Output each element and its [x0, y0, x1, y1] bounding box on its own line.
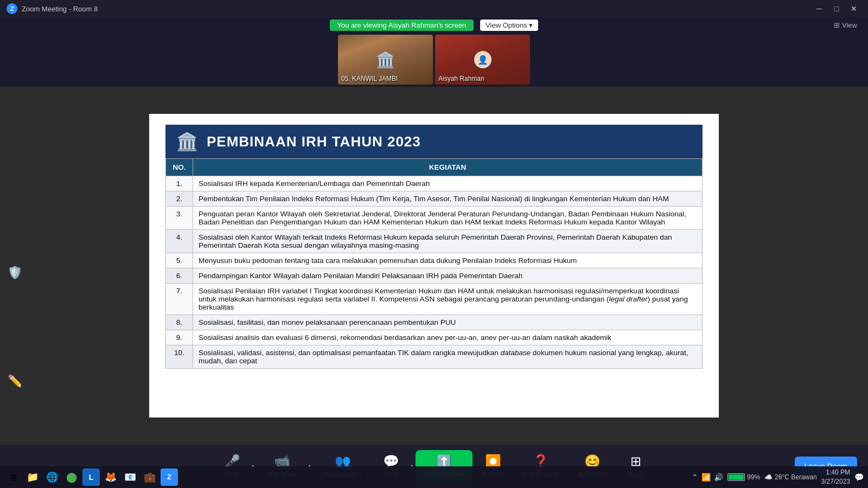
participants-bar: 🏛️ 05. KANWIL JAMBI 👤 Aisyah Rahman	[0, 33, 868, 87]
windows-taskbar: ⊞ 📁 🌐 ⬤ L 🦊 📧 💼 Z ⌃ 📶 🔊 99% ☁️ 28°C Bera…	[0, 466, 868, 488]
minimize-button[interactable]: ─	[812, 3, 827, 14]
table-cell-kegiatan: Sosialisasi IRH kepada Kementerian/Lemba…	[193, 176, 703, 191]
participant-label-aisyah: Aisyah Rahman	[438, 75, 484, 82]
slide-title: PEMBINAAN IRH TAHUN 2023	[207, 133, 421, 150]
table-cell-no: 1.	[166, 176, 193, 191]
table-row: 2.Pembentukan Tim Penilaian Indeks Refor…	[166, 191, 703, 207]
taskbar-l-icon[interactable]: L	[82, 468, 100, 486]
table-row: 3.Penguatan peran Kantor Wilayah oleh Se…	[166, 207, 703, 230]
notification-icon[interactable]: 💬	[854, 473, 864, 481]
taskbar-zoom-icon[interactable]: Z	[161, 468, 178, 486]
table-cell-no: 3.	[166, 207, 193, 230]
close-button[interactable]: ✕	[846, 3, 861, 14]
view-options-button[interactable]: View Options ▾	[480, 20, 538, 31]
slide-container: 🏛️ PEMBINAAN IRH TAHUN 2023 NO. KEGIATAN…	[0, 87, 868, 445]
participant-thumb-aisyah[interactable]: 👤 Aisyah Rahman	[435, 35, 530, 85]
col-header-kegiatan: KEGIATAN	[193, 159, 703, 176]
table-cell-no: 2.	[166, 191, 193, 207]
taskbar-network-icon: 📶	[701, 473, 711, 481]
col-header-no: NO.	[166, 159, 193, 176]
title-bar: Z Zoom Meeting - Room 8 ─ □ ✕	[0, 0, 868, 17]
table-cell-no: 5.	[166, 253, 193, 268]
table-cell-no: 7.	[166, 284, 193, 315]
table-cell-kegiatan: Sosialisasi, fasilitasi, dan monev pelak…	[193, 315, 703, 330]
table-cell-kegiatan: Penguatan peran Kantor Wilayah oleh Sekr…	[193, 207, 703, 230]
table-cell-no: 8.	[166, 315, 193, 330]
table-cell-kegiatan: Sosialisasi oleh Kantor Wilayah terkait …	[193, 230, 703, 253]
taskbar-system-icons: ⌃ 📶 🔊	[692, 473, 723, 481]
participant-label-kanwil: 05. KANWIL JAMBI	[341, 75, 398, 82]
table-row: 8.Sosialisasi, fasilitasi, dan monev pel…	[166, 315, 703, 330]
taskbar-battery: 99%	[727, 473, 760, 481]
taskbar-mail-icon[interactable]: 📧	[122, 468, 139, 486]
taskbar-arrow-icon[interactable]: ⌃	[692, 473, 698, 481]
battery-bar	[727, 473, 745, 481]
battery-fill	[729, 474, 744, 480]
top-banner: You are viewing Aisyah Rahman's screen V…	[0, 17, 868, 33]
taskbar-explorer-icon[interactable]: 📁	[24, 468, 41, 486]
table-cell-kegiatan: Sosialisasi analisis dan evaluasi 6 dime…	[193, 330, 703, 345]
taskbar-edge-icon[interactable]: 🌐	[43, 468, 61, 486]
table-cell-kegiatan: Sosialisasi, validasi, asistensi, dan op…	[193, 345, 703, 369]
maximize-button[interactable]: □	[829, 3, 844, 14]
table-cell-no: 4.	[166, 230, 193, 253]
slide-table: NO. KEGIATAN 1.Sosialisasi IRH kepada Ke…	[165, 158, 703, 369]
table-cell-kegiatan: Pendampingan Kantor Wilayah dalam Penila…	[193, 268, 703, 284]
chevron-down-icon: ▾	[529, 21, 533, 29]
participant-thumb-kanwil[interactable]: 🏛️ 05. KANWIL JAMBI	[338, 35, 433, 85]
table-row: 1.Sosialisasi IRH kepada Kementerian/Lem…	[166, 176, 703, 191]
table-row: 9.Sosialisasi analisis dan evaluasi 6 di…	[166, 330, 703, 345]
taskbar-speaker-icon: 🔊	[714, 473, 723, 481]
table-row: 6.Pendampingan Kantor Wilayah dalam Peni…	[166, 268, 703, 284]
zoom-logo-icon: Z	[7, 3, 17, 14]
taskbar-chrome-icon[interactable]: ⬤	[63, 468, 80, 486]
table-cell-no: 9.	[166, 330, 193, 345]
table-cell-kegiatan: Menyusun buku pedoman tentang tata cara …	[193, 253, 703, 268]
table-cell-no: 6.	[166, 268, 193, 284]
taskbar-app6-icon[interactable]: 💼	[141, 468, 158, 486]
table-cell-no: 10.	[166, 345, 193, 369]
pencil-icon[interactable]: ✏️	[8, 374, 22, 388]
slide: 🏛️ PEMBINAAN IRH TAHUN 2023 NO. KEGIATAN…	[149, 114, 719, 418]
table-cell-kegiatan: Sosialisasi Penilaian IRH variabel I Tin…	[193, 284, 703, 315]
view-link[interactable]: ⊞ View	[834, 21, 857, 29]
table-row: 7.Sosialisasi Penilaian IRH variabel I T…	[166, 284, 703, 315]
taskbar-firefox-icon[interactable]: 🦊	[102, 468, 119, 486]
slide-logo-icon: 🏛️	[176, 131, 198, 152]
taskbar-weather: ☁️ 28°C Berawan	[764, 473, 817, 481]
table-row: 4.Sosialisasi oleh Kantor Wilayah terkai…	[166, 230, 703, 253]
table-row: 10.Sosialisasi, validasi, asistensi, dan…	[166, 345, 703, 369]
slide-header: 🏛️ PEMBINAAN IRH TAHUN 2023	[165, 125, 703, 158]
table-row: 5.Menyusun buku pedoman tentang tata car…	[166, 253, 703, 268]
grid-icon: ⊞	[834, 21, 840, 29]
taskbar-start-button[interactable]: ⊞	[4, 468, 22, 486]
window-title: Zoom Meeting - Room 8	[22, 5, 98, 13]
table-cell-kegiatan: Pembentukan Tim Penilaian Indeks Reforma…	[193, 191, 703, 207]
security-shield-icon[interactable]: 🛡️	[8, 266, 22, 280]
viewing-banner: You are viewing Aisyah Rahman's screen	[330, 20, 474, 31]
taskbar-clock: 1:40 PM 3/27/2023	[821, 468, 850, 486]
